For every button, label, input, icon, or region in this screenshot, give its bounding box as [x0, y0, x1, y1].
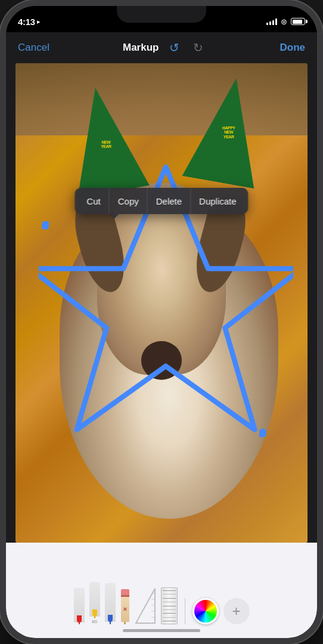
svg-marker-0 [136, 589, 155, 623]
toolbar-title: Markup [123, 42, 159, 54]
status-icons: ⊛ [266, 17, 305, 26]
tools-row: 80 ✕ [68, 543, 256, 629]
status-time: 4:13 [18, 17, 35, 27]
notch [117, 6, 206, 23]
home-indicator [123, 629, 200, 632]
handle-dot-bottom [259, 429, 266, 437]
signal-icon [266, 18, 277, 25]
photo-background: NEWYEAR HAPPYNEWYEAR Cut Copy Delete Dup… [15, 63, 308, 543]
delete-menu-item[interactable]: Delete [148, 188, 191, 214]
add-tool-button[interactable]: + [223, 598, 250, 624]
cancel-button[interactable]: Cancel [18, 42, 49, 54]
phone-frame: 4:13 ▸ ⊛ Cancel Markup ↺ ↻ Done [0, 0, 323, 644]
hat-text-left: NEWYEAR [74, 140, 138, 149]
duplicate-menu-item[interactable]: Duplicate [191, 188, 245, 214]
photo-area[interactable]: NEWYEAR HAPPYNEWYEAR Cut Copy Delete Dup… [15, 63, 308, 543]
undo-button[interactable]: ↺ [166, 39, 182, 56]
blue-marker-tool[interactable] [105, 583, 116, 624]
bottom-toolbar: 80 ✕ [6, 543, 317, 638]
tool-label: 80 [92, 619, 97, 624]
done-button[interactable]: Done [279, 42, 305, 54]
hat-text-right: HAPPYNEWYEAR [197, 126, 261, 140]
redo-button[interactable]: ↻ [190, 39, 206, 56]
yellow-marker-tool[interactable]: 80 [89, 582, 100, 624]
handle-dot-top [42, 221, 49, 230]
wifi-icon: ⊛ [281, 17, 287, 26]
context-menu: Cut Copy Delete Duplicate [74, 188, 248, 214]
color-wheel-button[interactable] [192, 598, 219, 624]
toolbar-center: Markup ↺ ↻ [123, 39, 206, 56]
copy-menu-item[interactable]: Copy [110, 188, 148, 214]
location-icon: ▸ [37, 18, 41, 26]
ruler-tool[interactable] [161, 587, 178, 624]
cut-menu-item[interactable]: Cut [78, 188, 109, 214]
red-marker-tool[interactable] [74, 588, 85, 624]
set-square-tool[interactable] [135, 587, 156, 624]
set-square-icon [135, 587, 156, 624]
battery-icon [291, 18, 305, 25]
markup-toolbar: Cancel Markup ↺ ↻ Done [6, 32, 317, 63]
tools-separator [185, 598, 185, 624]
eraser-tool[interactable]: ✕ [120, 589, 130, 624]
